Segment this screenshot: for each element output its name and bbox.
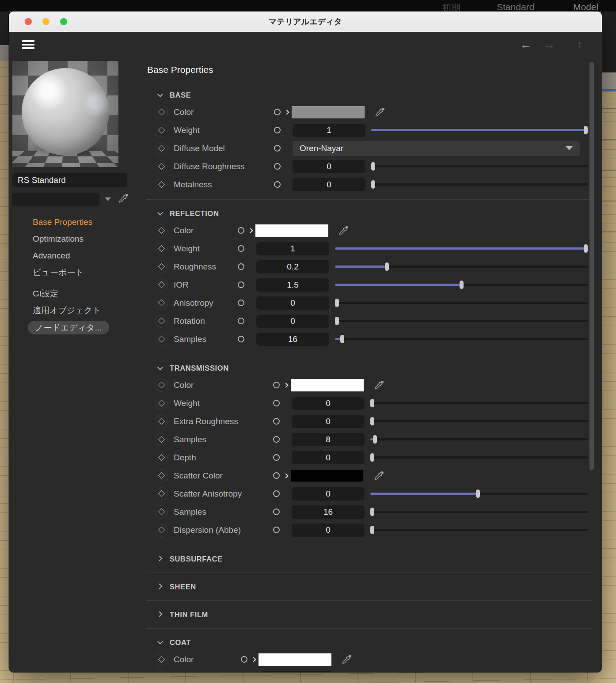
value-field[interactable]: 0 [292,487,365,501]
slider-handle[interactable] [371,162,375,171]
slider-track[interactable] [370,402,588,404]
texture-port-icon[interactable] [273,400,280,406]
parameter-diamond-icon[interactable] [158,281,165,288]
texture-port-icon[interactable] [273,382,280,388]
slider-track[interactable] [370,511,588,513]
slider-handle[interactable] [335,299,339,307]
value-field[interactable]: 0 [292,451,365,464]
slider-handle[interactable] [370,453,374,462]
slider-handle[interactable] [370,417,374,425]
param-slider[interactable] [335,317,588,326]
slider-handle[interactable] [385,262,389,271]
value-field[interactable]: 1 [293,124,365,137]
value-field[interactable]: 1 [256,242,329,255]
param-slider[interactable] [371,180,588,189]
eyedropper-icon[interactable] [374,106,386,118]
parameter-diamond-icon[interactable] [158,318,165,325]
slider-handle[interactable] [370,399,374,407]
parameter-diamond-icon[interactable] [158,336,165,343]
slider-track[interactable] [370,420,588,422]
expand-chevron-icon[interactable] [248,228,253,233]
slider-track[interactable] [370,438,588,440]
zoom-button[interactable] [60,18,67,25]
menu-icon[interactable] [22,40,34,49]
parameter-diamond-icon[interactable] [158,454,165,461]
slider-handle[interactable] [584,244,588,253]
color-swatch[interactable] [291,470,364,482]
texture-port-icon[interactable] [273,454,280,461]
texture-port-icon[interactable] [274,109,281,115]
param-slider[interactable] [370,435,588,444]
texture-port-icon[interactable] [238,245,244,252]
texture-port-icon[interactable] [238,281,244,288]
texture-port-icon[interactable] [238,318,244,324]
expand-chevron-icon[interactable] [251,657,256,662]
param-slider[interactable] [335,299,588,307]
slider-track[interactable] [335,338,588,340]
slider-handle[interactable] [340,335,344,343]
slider-track[interactable] [335,320,588,322]
dropdown-diffuse-model[interactable]: Oren-Nayar [293,141,580,156]
parameter-diamond-icon[interactable] [158,472,165,479]
value-field[interactable]: 0.2 [256,260,329,273]
slider-handle[interactable] [335,317,339,325]
texture-port-icon[interactable] [238,336,244,342]
param-slider[interactable] [370,489,588,498]
parameter-diamond-icon[interactable] [158,508,165,516]
parameter-diamond-icon[interactable] [158,245,165,252]
vertical-scrollbar-thumb[interactable] [589,62,594,470]
eyedropper-icon[interactable] [373,379,385,391]
color-swatch[interactable] [259,653,331,666]
section-header-subsurface[interactable]: SUBSURFACE [146,551,592,567]
texture-port-icon[interactable] [273,490,280,497]
value-field[interactable]: 0 [259,671,332,673]
section-header-coat[interactable]: COAT [146,634,592,650]
texture-port-icon[interactable] [273,472,280,479]
slider-track[interactable] [370,529,588,531]
color-swatch[interactable] [255,224,328,237]
slider-track[interactable] [370,456,588,459]
up-arrow-icon[interactable]: ↑ [577,39,583,51]
section-header-transmission[interactable]: TRANSMISSION [146,360,592,376]
value-field[interactable]: 16 [256,333,329,346]
sidebar-item--[interactable]: ビューポート [33,264,84,281]
parameter-diamond-icon[interactable] [158,181,165,188]
value-field[interactable]: 0 [256,296,329,310]
parameter-diamond-icon[interactable] [158,145,165,152]
value-field[interactable]: 8 [292,433,365,446]
parameter-diamond-icon[interactable] [158,418,165,425]
eyedropper-icon[interactable] [341,654,353,665]
material-name-field[interactable]: RS Standard [12,173,127,187]
parameter-diamond-icon[interactable] [158,263,165,270]
section-header-sheen[interactable]: SHEEN [146,579,592,595]
texture-port-icon[interactable] [273,418,280,425]
parameter-diamond-icon[interactable] [158,382,165,389]
value-field[interactable]: 0 [293,178,365,191]
background-tab-Standard[interactable]: Standard [497,2,534,12]
expand-chevron-icon[interactable] [283,383,288,387]
texture-port-icon[interactable] [273,436,280,443]
parameter-diamond-icon[interactable] [158,163,165,170]
value-field[interactable]: 0 [292,415,365,428]
texture-port-icon[interactable] [274,163,281,170]
slider-track[interactable] [371,165,588,167]
param-slider[interactable] [371,162,588,171]
parameter-diamond-icon[interactable] [158,109,165,116]
texture-port-icon[interactable] [238,263,244,270]
forward-arrow-icon[interactable]: → [544,39,555,51]
param-slider[interactable] [370,417,588,426]
preset-caret-icon[interactable] [105,197,111,201]
texture-port-icon[interactable] [241,656,247,663]
param-slider[interactable] [335,335,588,344]
sidebar-item-base-properties[interactable]: Base Properties [33,214,92,231]
value-field[interactable]: 0 [256,315,329,328]
param-slider[interactable] [370,526,588,535]
slider-handle[interactable] [370,508,374,516]
value-field[interactable]: 0 [293,160,365,173]
eyedropper-icon[interactable] [373,470,385,482]
sidebar-item-advanced[interactable]: Advanced [33,247,70,264]
minimize-button[interactable] [42,18,49,25]
back-arrow-icon[interactable]: ← [520,39,532,51]
slider-handle[interactable] [584,126,588,134]
color-swatch[interactable] [292,106,365,118]
